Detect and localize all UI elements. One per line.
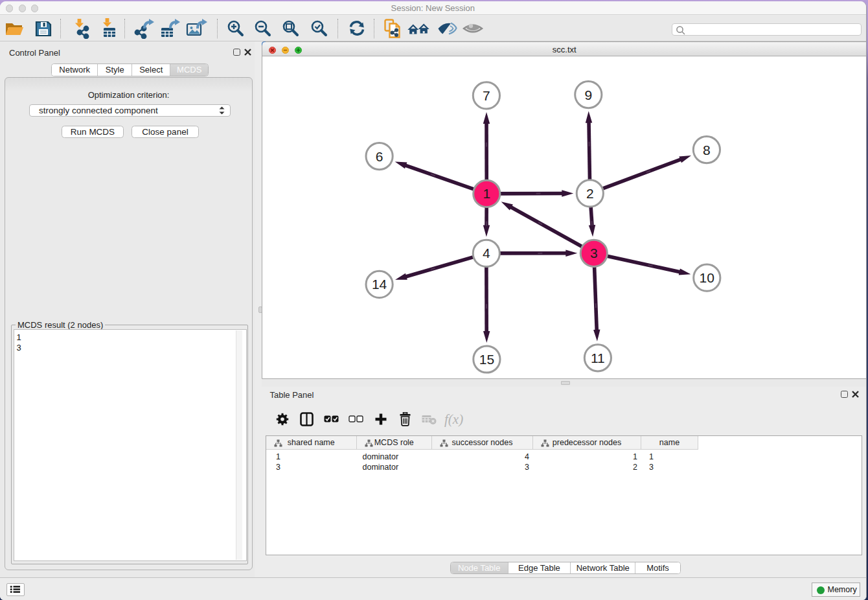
svg-text:2: 2	[586, 185, 594, 200]
svg-text:14: 14	[372, 277, 387, 292]
svg-text:8: 8	[703, 142, 711, 157]
svg-text:4: 4	[483, 246, 490, 260]
svg-text:6: 6	[376, 148, 383, 163]
svg-text:15: 15	[479, 351, 494, 366]
svg-text:1: 1	[483, 186, 490, 201]
svg-text:10: 10	[700, 270, 714, 285]
svg-text:9: 9	[584, 87, 592, 102]
svg-text:7: 7	[483, 87, 490, 102]
svg-text:3: 3	[590, 246, 598, 260]
svg-text:11: 11	[591, 350, 605, 365]
